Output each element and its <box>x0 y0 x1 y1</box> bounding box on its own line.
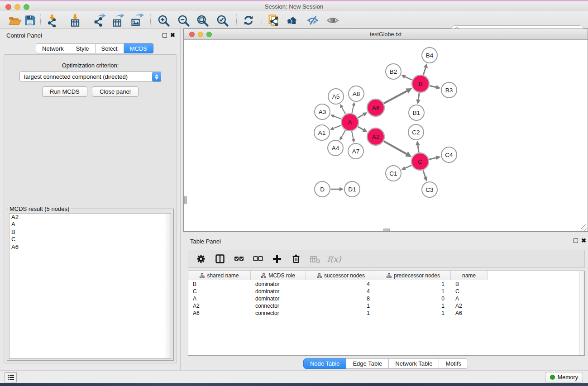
table-cell[interactable]: B <box>188 281 251 288</box>
unselect-all-icon[interactable] <box>252 253 264 265</box>
table-cell[interactable]: 1 <box>376 288 451 295</box>
close-panel-button[interactable]: Close panel <box>92 86 139 97</box>
graph-edge[interactable] <box>334 116 341 119</box>
graph-edge[interactable] <box>430 86 436 87</box>
tab-motifs[interactable]: Motifs <box>439 358 468 369</box>
table-cell[interactable]: C <box>188 288 251 295</box>
import-table-icon[interactable] <box>68 13 82 28</box>
tab-network-table[interactable]: Network Table <box>389 358 439 369</box>
graph-edge[interactable] <box>405 165 411 168</box>
table-row[interactable]: Cdominator41C <box>188 288 488 295</box>
graph-edge[interactable] <box>352 106 354 113</box>
table-cell[interactable]: B <box>451 281 488 288</box>
graph-edge[interactable] <box>342 107 345 114</box>
home-icon[interactable] <box>286 13 300 28</box>
hide-labels-icon[interactable] <box>306 13 320 28</box>
save-icon[interactable] <box>23 13 37 28</box>
graph-edge[interactable] <box>418 145 419 152</box>
table-cell[interactable]: 1 <box>306 302 376 310</box>
network-canvas[interactable]: AA6A2BCA1A3A4A5A7A8B1B2B3B4C1C2C3C4DD1 <box>184 40 587 231</box>
network-graph[interactable]: AA6A2BCA1A3A4A5A7A8B1B2B3B4C1C2C3C4DD1 <box>184 40 587 231</box>
close-table-panel-icon[interactable]: ✖ <box>581 237 586 244</box>
mcds-result-item[interactable]: A6 <box>10 243 171 251</box>
table-cell[interactable]: A <box>188 295 251 302</box>
table-cell[interactable]: 4 <box>306 281 376 288</box>
show-graphics-icon[interactable] <box>325 13 340 28</box>
table-cell[interactable]: 1 <box>376 302 451 310</box>
table-cell[interactable]: 1 <box>376 281 451 288</box>
column-header-name[interactable]: name <box>451 271 488 280</box>
tab-network[interactable]: Network <box>36 43 70 53</box>
table-cell[interactable]: dominator <box>251 295 306 302</box>
graph-edge[interactable] <box>384 91 407 103</box>
tab-edge-table[interactable]: Edge Table <box>346 358 389 369</box>
table-cell[interactable]: C <box>451 288 488 295</box>
export-image-icon[interactable] <box>130 13 144 28</box>
table-cell[interactable]: A2 <box>451 302 488 310</box>
table-cell[interactable]: dominator <box>251 288 306 295</box>
column-visibility-icon[interactable] <box>214 253 226 265</box>
zoom-selected-icon[interactable] <box>215 13 229 28</box>
graph-edge[interactable] <box>423 170 425 177</box>
canvas-vertical-scrollbar[interactable] <box>184 196 187 204</box>
mcds-result-item[interactable]: A2 <box>10 214 171 221</box>
export-network-icon[interactable] <box>92 13 107 28</box>
refresh-icon[interactable] <box>241 13 256 28</box>
graph-edge[interactable] <box>423 68 425 75</box>
table-cell[interactable]: A6 <box>451 310 488 317</box>
delete-column-icon[interactable] <box>290 253 302 265</box>
zoom-in-icon[interactable] <box>156 13 171 28</box>
table-row[interactable]: Bdominator41B <box>188 281 488 288</box>
criterion-dropdown[interactable]: largest connected component (directed) <box>19 71 162 82</box>
tab-mcds[interactable]: MCDS <box>124 43 153 53</box>
column-header-MCDS-role[interactable]: MCDS role <box>251 271 306 280</box>
table-cell[interactable]: 1 <box>376 310 451 317</box>
task-history-button[interactable] <box>5 372 17 382</box>
graph-edge[interactable] <box>418 93 419 100</box>
result-scrollbar[interactable] <box>165 214 171 358</box>
table-row[interactable]: A6connector11A6 <box>188 310 488 317</box>
graph-edge[interactable] <box>352 131 353 139</box>
graph-edge[interactable] <box>358 127 363 130</box>
canvas-horizontal-scrollbar[interactable] <box>383 229 390 231</box>
zoom-out-icon[interactable] <box>176 13 191 28</box>
float-table-panel-icon[interactable] <box>574 238 578 243</box>
tab-style[interactable]: Style <box>70 43 96 53</box>
add-column-icon[interactable] <box>271 253 283 265</box>
table-cell[interactable]: A <box>451 295 488 302</box>
select-all-icon[interactable] <box>233 253 245 265</box>
column-header-predecessor-nodes[interactable]: predecessor nodes <box>376 271 451 280</box>
tab-select[interactable]: Select <box>96 43 124 53</box>
graph-edge[interactable] <box>384 141 406 154</box>
table-cell[interactable]: A2 <box>188 302 251 310</box>
graph-edge[interactable] <box>341 130 345 137</box>
table-cell[interactable]: connector <box>251 302 306 310</box>
graph-edge[interactable] <box>405 77 412 80</box>
table-cell[interactable]: dominator <box>251 281 306 288</box>
memory-button[interactable]: Memory <box>545 372 583 382</box>
table-cell[interactable]: A6 <box>188 310 251 317</box>
close-panel-icon[interactable]: ✖ <box>170 32 175 38</box>
mcds-result-list[interactable]: A2ABCA6 <box>9 213 171 359</box>
run-mcds-button[interactable]: Run MCDS <box>42 86 87 97</box>
table-cell[interactable]: 4 <box>306 288 376 295</box>
table-row[interactable]: A2connector11A2 <box>188 302 488 310</box>
table-cell[interactable]: 1 <box>306 310 376 317</box>
column-header-shared-name[interactable]: shared name <box>188 271 251 280</box>
float-panel-icon[interactable] <box>163 33 167 38</box>
window-resize-grip[interactable] <box>581 224 587 231</box>
table-scrollbar[interactable] <box>579 271 584 355</box>
graph-edge[interactable] <box>358 114 363 118</box>
table-row[interactable]: Adominator80A <box>188 295 488 302</box>
table-cell[interactable]: connector <box>251 310 306 317</box>
graph-edge[interactable] <box>429 158 436 160</box>
settings-gear-icon[interactable] <box>195 253 207 265</box>
tab-node-table[interactable]: Node Table <box>303 358 347 369</box>
mcds-result-item[interactable]: C <box>10 236 171 243</box>
zoom-fit-icon[interactable] <box>195 13 210 28</box>
mcds-result-item[interactable]: A <box>10 221 171 228</box>
graph-edge[interactable] <box>334 125 341 128</box>
column-header-successor-nodes[interactable]: successor nodes <box>306 271 376 280</box>
export-table-icon[interactable] <box>111 13 125 28</box>
mcds-result-item[interactable]: B <box>10 229 171 236</box>
